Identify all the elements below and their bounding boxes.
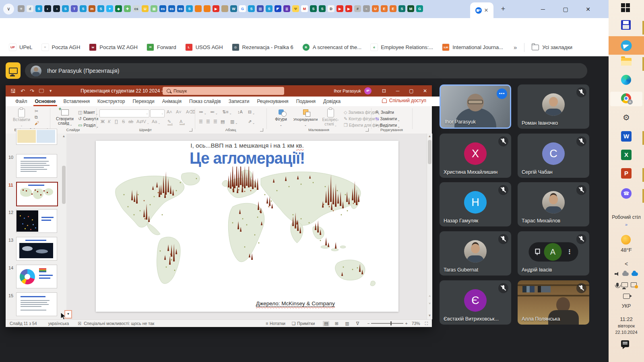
scroll-up-icon[interactable]: ▲ [62, 134, 66, 138]
desktop-toolbar-expand[interactable]: » [609, 222, 644, 227]
all-bookmarks-button[interactable]: Усі закладки [532, 44, 572, 50]
align-right-icon[interactable]: ☰ [213, 119, 217, 124]
tray-mic-icon[interactable] [616, 283, 619, 287]
accessibility-status[interactable]: Спеціальні можливості: щось не так [84, 321, 154, 326]
zoom-slider-knob[interactable] [390, 321, 392, 325]
browser-tab[interactable]: S [310, 5, 317, 12]
onedrive-icon[interactable] [632, 272, 638, 276]
tray-screenshare-icon[interactable] [631, 282, 637, 287]
slide-scrollbar[interactable]: ▲ ˄ ˅ ▼ [427, 134, 432, 319]
quick-access-display-icon[interactable]: 🖵︎ [39, 88, 44, 94]
next-slide-icon[interactable]: ˅ [428, 302, 431, 305]
align-left-icon[interactable]: ☰ [199, 119, 203, 124]
paste-button[interactable]: Вставити ˬ [13, 109, 30, 126]
tab-file[interactable]: Файл [15, 99, 27, 104]
participant-tile-serhii[interactable]: C Сергій Чабан [518, 134, 589, 178]
browser-tab[interactable]: S [97, 5, 104, 12]
tab-animations[interactable]: Анімація [162, 99, 182, 104]
new-slide-button[interactable]: Створити слайд ˬ [54, 109, 76, 125]
zoom-level[interactable]: 73% [412, 321, 420, 326]
save-icon[interactable]: 🖫︎ [10, 88, 16, 94]
current-slide[interactable]: І, ось...ВВП на 1 мешканця і на 1 км кв.… [96, 141, 398, 312]
layout-button[interactable]: ◫ Макет ˬ [78, 110, 97, 115]
start-button[interactable] [621, 3, 632, 14]
browser-tab[interactable]: ▥ [257, 5, 264, 12]
browser-tab[interactable]: G [416, 5, 423, 12]
browser-tab[interactable]: T [71, 5, 78, 12]
bookmark-forward[interactable]: ✉Forward [147, 43, 176, 51]
active-tab-meet[interactable]: ✕ [470, 2, 493, 18]
slide-sorter-view-button[interactable]: ⊞ [333, 321, 340, 326]
underline-icon[interactable]: П [115, 119, 118, 124]
presentation-mode-icon[interactable] [6, 62, 21, 79]
cloud-sync-icon[interactable] [622, 272, 629, 276]
desktop-toolbar-label[interactable]: Робочий стіл [609, 214, 644, 220]
participant-tile-taras-g[interactable]: Taras Gubernat [440, 231, 511, 276]
slide-thumbnail-10[interactable] [16, 154, 57, 178]
text-direction-icon[interactable]: ⊟ ˬ [248, 109, 254, 115]
participant-tile-andrii[interactable]: A ⋮ Андрій Івасів [518, 231, 589, 276]
browser-tab[interactable]: ✦ [106, 5, 113, 12]
slideshow-button[interactable]: ∇ [354, 321, 361, 326]
tile-more-options-icon[interactable]: ⋮ [567, 248, 573, 255]
weather-widget[interactable] [621, 235, 632, 245]
thumbnail-scrollbar[interactable]: ▲ [61, 134, 67, 319]
tab-design[interactable]: Конструктор [97, 99, 125, 104]
browser-tab[interactable] [221, 5, 228, 12]
numbering-icon[interactable]: ≕ ˬ [210, 109, 217, 115]
window-minimize-button[interactable]: ─ [538, 4, 548, 14]
browser-tab[interactable]: ◆ [115, 5, 122, 12]
browser-tab[interactable]: ▦ [151, 5, 157, 12]
taskbar-word[interactable]: W [621, 131, 632, 142]
bookmark-poczta-wz[interactable]: wPoczta WZ AGH [89, 43, 138, 51]
browser-tab[interactable]: U [142, 5, 149, 12]
fit-slide-icon[interactable]: ⛶ [425, 321, 428, 326]
bookmark-screencast[interactable]: BA screencast of the... [302, 43, 361, 51]
tab-review[interactable]: Рецензування [257, 99, 288, 104]
participant-tile-roman[interactable]: Роман Іваночко [518, 84, 589, 129]
slide-thumbnail-11-selected[interactable] [16, 182, 58, 206]
shapes-button[interactable]: Фігури ˬ [271, 109, 291, 126]
taskbar-edge[interactable] [621, 75, 632, 85]
browser-tab[interactable]: U [372, 5, 379, 12]
normal-view-button[interactable]: ▤ [323, 321, 329, 326]
reading-view-button[interactable]: ▥ [344, 321, 350, 326]
clock-time[interactable]: 11:22 [609, 316, 644, 322]
keyboard-language[interactable]: УКР [609, 303, 644, 309]
browser-tab[interactable]: ✚ [124, 5, 131, 12]
tile-options-button[interactable]: ••• [497, 88, 507, 99]
grow-font-icon[interactable]: A˄ [167, 109, 172, 114]
volume-icon[interactable] [615, 272, 619, 276]
ppt-search-box[interactable]: Пошук [163, 87, 284, 95]
ppt-close-button[interactable]: ✕ [418, 85, 432, 97]
browser-tab[interactable]: cs [133, 5, 140, 12]
participant-tile-yevstakhii[interactable]: Є Євстахій Витриховськ... [440, 280, 511, 325]
taskbar-file-explorer[interactable] [621, 56, 632, 67]
browser-tab[interactable]: S [186, 5, 193, 12]
browser-tab[interactable]: m [89, 5, 95, 12]
bookmark-usos[interactable]: LUSOS AGH [185, 43, 223, 51]
scroll-up-icon[interactable]: ▲ [428, 134, 431, 138]
tab-search-chevron-icon[interactable]: ∨ [3, 4, 14, 14]
window-maximize-button[interactable]: ▢ [560, 4, 571, 14]
browser-tab[interactable]: S [266, 5, 272, 12]
find-button[interactable]: 🔍︎ Знайти [375, 110, 394, 115]
scrollbar-thumb[interactable] [428, 140, 431, 164]
zoom-in-button[interactable]: + [405, 321, 407, 326]
browser-tab[interactable]: ◐ [44, 5, 51, 12]
bullets-icon[interactable]: ≔ ˬ [199, 109, 206, 115]
tab-record[interactable]: Записати [229, 99, 250, 104]
tray-camera-icon[interactable] [623, 294, 630, 299]
quick-styles-button[interactable]: Експрес- стилі ˬ [320, 109, 341, 126]
bookmark-rezerwacja[interactable]: ◎Rezerwacja - Pralka 6 [232, 43, 293, 51]
window-close-button[interactable]: ✕ [583, 4, 593, 14]
slide-counter[interactable]: Слайд 11 з 54 [10, 321, 37, 326]
slide-thumbnail-12[interactable] [16, 209, 57, 233]
browser-tab[interactable]: es [159, 5, 166, 12]
tab-help[interactable]: Довідка [323, 99, 341, 104]
ppt-minimize-button[interactable]: ─ [391, 85, 405, 97]
browser-tab[interactable]: ≣ [283, 5, 290, 12]
taskbar-excel[interactable]: X [621, 150, 632, 160]
font-name-combobox[interactable] [99, 109, 149, 117]
slide-thumbnail-9[interactable] [16, 129, 57, 145]
